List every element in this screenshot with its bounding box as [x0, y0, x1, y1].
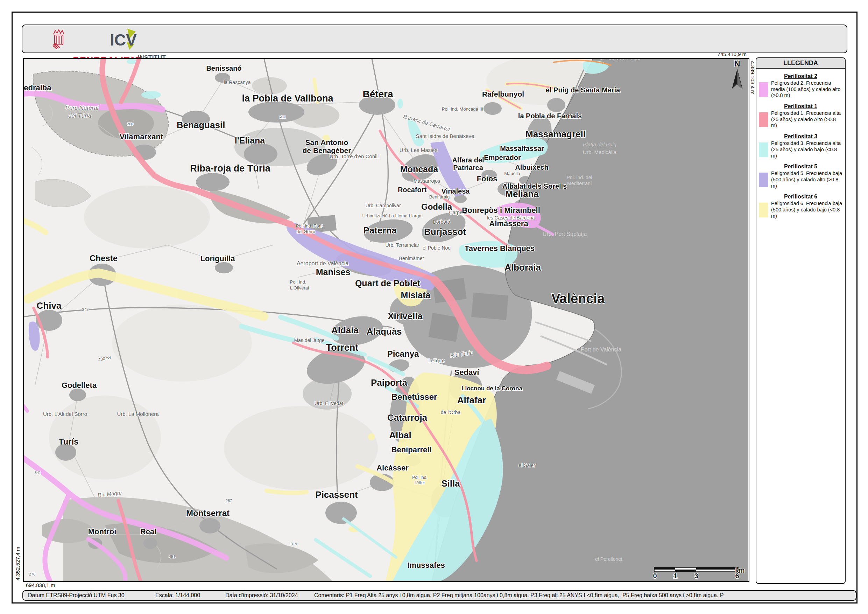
map-label: Godelleta: [62, 381, 97, 390]
legend-swatch-p3-icon: [759, 143, 768, 157]
map-label: Torrent: [326, 342, 359, 353]
map-label: Xirivella: [388, 311, 423, 321]
map-label: Pedralba: [24, 83, 51, 92]
icv-logo-icon: ICV: [109, 28, 137, 50]
map-label: la Pobla de Vallbona: [242, 93, 333, 104]
map-label: Cheste: [90, 253, 118, 263]
map-label: Pol. ind. del: [566, 175, 592, 180]
legend-swatch-p6-icon: [759, 203, 768, 218]
map-label: Godella: [421, 202, 453, 211]
map-label: Sant Isidre de Benaixeve: [416, 133, 474, 139]
map-label: Rocafort: [398, 186, 427, 194]
map-label: l'Alter: [415, 480, 425, 485]
map-label: Aeroport de València: [297, 260, 349, 266]
map-label: Benaguasil: [177, 120, 225, 130]
coordinate-right-rotated: 4.389.103,4 m: [750, 61, 756, 95]
map-label: Chiva: [37, 300, 62, 311]
map-label: Alcàsser: [377, 463, 409, 472]
map-label: Mas del Jutge: [294, 337, 324, 343]
legend-text: Peligrosidad 5. Frecuencia baja (500 año…: [771, 171, 842, 189]
map-label: del Túria: [68, 112, 91, 119]
generalitat-emblem-icon: [49, 29, 68, 50]
map-label: Turís: [59, 437, 79, 446]
map-label: el Saler: [518, 462, 535, 468]
map-label: Urb. Campolivar: [365, 203, 401, 208]
map-label: l'Eliana: [235, 135, 265, 145]
map-label: Llocnou de la Corona: [462, 385, 522, 392]
map-label: Emperador: [484, 154, 521, 162]
map-label: Paiporta: [371, 377, 408, 388]
map-label: 276: [29, 572, 35, 576]
coordinate-left-rotated: 4.352.527,4 m: [15, 547, 21, 580]
map-label: Urb. Terramelar: [386, 242, 420, 248]
map-label: la Platja de Puçol: [600, 59, 640, 61]
legend-title: LLEGENDA: [756, 58, 845, 68]
map-label: Imussafes: [407, 561, 445, 569]
map-canvas[interactable]: N 0 1 3 6 km: [23, 58, 749, 582]
map-label: la Rascanya: [223, 79, 251, 85]
map-label: el Poble Nou: [423, 245, 451, 251]
map-label: Port de València: [581, 347, 622, 353]
map-label: Borbotó: [433, 219, 450, 225]
map-label: Urb. Torre d'en Conill: [330, 153, 378, 159]
map-label: Beniparrell: [392, 445, 432, 454]
legend-text: Peligrosidad 1. Frecuencia alta (25 años…: [771, 110, 842, 129]
north-label: N: [734, 59, 740, 68]
scale-tick-1: 1: [673, 572, 677, 580]
map-label: Alaquàs: [366, 326, 401, 337]
map-label: Catarroja: [387, 412, 428, 423]
map-label: Benetússer: [392, 392, 437, 401]
map-label: Parc Natural: [65, 105, 99, 111]
map-label: Rafelbunyol: [482, 90, 524, 98]
map-label: Alfafar: [457, 395, 486, 406]
map-label: Bonrepòs i Mirambell: [462, 206, 540, 215]
icv-monogram: ICV: [110, 31, 137, 49]
map-label: Silla: [441, 478, 460, 489]
map-label: Mauella: [504, 171, 520, 176]
map-label: Albal: [389, 430, 411, 440]
comments: Comentaris: P1 Freq Alta 25 anys i 0,8m …: [314, 592, 724, 598]
coordinate-bottom-left: 694.838,1 m: [26, 582, 55, 588]
legend-heading: Perillositat 1: [759, 103, 842, 110]
map-label: Loriguilla: [200, 254, 236, 263]
map-label: del Gerro: [296, 229, 315, 234]
map-label: el Perellonet: [595, 556, 622, 562]
map-label: Aldaia: [331, 325, 359, 335]
legend-panel: LLEGENDA Perillositat 2 Peligrosidad 2. …: [756, 58, 846, 584]
scale-tick-0: 0: [653, 572, 657, 580]
legend-heading: Perillositat 2: [759, 73, 842, 79]
legend-text: Peligrosidad 6. Frecuencia baja (500 año…: [771, 201, 842, 219]
map-label: Urb. Les Masies: [400, 147, 437, 153]
map-sheet: GENERALITAT VALENCIANA ICV INSTITUT CART…: [0, 0, 868, 614]
scale-tick-2: 3: [694, 572, 698, 580]
map-label: València: [551, 291, 605, 306]
map-label: Urb. Medicàlia: [583, 149, 617, 155]
map-label: Picanya: [387, 349, 419, 359]
map-label: la Torre: [429, 358, 445, 363]
map-label: Riba-roja de Túria: [190, 163, 271, 174]
scale-unit: km: [735, 567, 744, 574]
map-label: 260: [127, 122, 133, 126]
legend-item-p2: Perillositat 2 Peligrosidad 2. Frecuenci…: [759, 73, 842, 99]
map-label: Mediterrani: [567, 180, 592, 186]
map-label: Urb. La Mollonera: [117, 411, 159, 417]
map-label: Massalfassar: [500, 145, 544, 152]
legend-heading: Perillositat 6: [759, 194, 842, 200]
map-label: Benissanó: [206, 64, 242, 72]
map-label: Mislata: [401, 290, 431, 300]
map-label: Patriarca: [453, 164, 483, 171]
footer-bar: Datum ETRS89-Projecció UTM Fus 30 Escala…: [22, 590, 856, 601]
map-label: Pol. ind.: [290, 279, 307, 284]
map-label: Pol. ind. Font: [296, 223, 323, 229]
map-label: L'Oliveral: [290, 285, 309, 291]
legend-item-p6: Perillositat 6 Peligrosidad 6. Frecuenci…: [759, 194, 842, 219]
map-label: Benimàmet: [399, 255, 424, 261]
scale-info: Escala: 1/144.000: [155, 592, 200, 598]
header-bar: GENERALITAT VALENCIANA ICV INSTITUT CART…: [22, 25, 847, 53]
map-label: 211: [279, 115, 286, 119]
coordinate-top-right: 745.410,9 m: [665, 51, 747, 57]
map-label: Alboraia: [504, 262, 541, 273]
legend-swatch-p5-icon: [759, 173, 768, 187]
map-label: Alfara del: [452, 156, 484, 164]
legend-item-p3: Perillositat 3 Peligrosidad 3. Frecuenci…: [759, 134, 842, 159]
